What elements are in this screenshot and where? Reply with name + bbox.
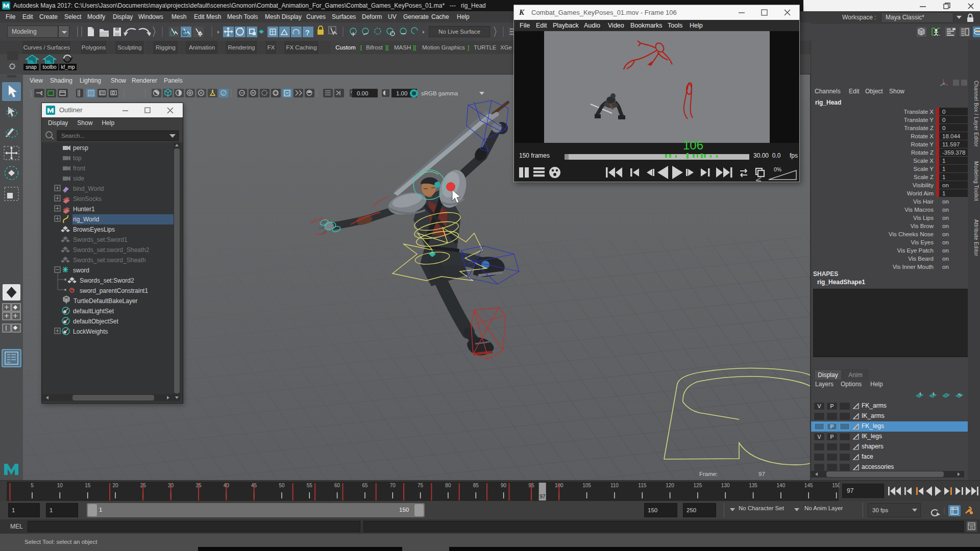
svg-text:Swords_set:sword_Sheath2: Swords_set:sword_Sheath2	[73, 246, 150, 254]
svg-text:BrowsEyesLips: BrowsEyesLips	[73, 226, 115, 233]
svg-text:85: 85	[473, 483, 479, 488]
svg-text:defaultObjectSet: defaultObjectSet	[73, 318, 118, 325]
svg-text:70: 70	[390, 483, 396, 488]
svg-text:Search...: Search...	[61, 133, 85, 139]
svg-text:Swords_set:Sword2: Swords_set:Sword2	[80, 277, 134, 284]
svg-text:side: side	[73, 175, 84, 182]
svg-text:120: 120	[666, 483, 674, 488]
svg-text:sword_parentConstraint1: sword_parentConstraint1	[80, 287, 148, 294]
svg-text:Frame:: Frame:	[699, 471, 718, 477]
svg-text:top: top	[73, 155, 82, 162]
svg-text:Hunter1: Hunter1	[73, 206, 95, 213]
svg-text:15: 15	[85, 483, 91, 488]
svg-text:50: 50	[279, 483, 285, 488]
svg-text:97: 97	[758, 471, 765, 477]
svg-text:bind_World: bind_World	[73, 185, 104, 192]
svg-text:97: 97	[540, 494, 546, 499]
svg-text:defaultLightSet: defaultLightSet	[73, 308, 114, 315]
svg-text:TurtleDefaultBakeLayer: TurtleDefaultBakeLayer	[74, 297, 138, 305]
svg-text:110: 110	[610, 483, 619, 488]
svg-text:5: 5	[31, 483, 34, 488]
svg-text:LockWeights: LockWeights	[73, 328, 108, 335]
svg-text:150: 150	[832, 483, 840, 488]
svg-text:65: 65	[362, 483, 368, 488]
svg-text:75: 75	[418, 483, 424, 488]
svg-text:80: 80	[445, 483, 451, 488]
svg-text:90: 90	[501, 483, 507, 488]
svg-text:persp: persp	[73, 144, 88, 152]
svg-text:Swords_set:Sword1: Swords_set:Sword1	[73, 236, 128, 243]
svg-text:125: 125	[694, 483, 702, 488]
svg-text:55: 55	[307, 483, 313, 488]
svg-text:60: 60	[334, 483, 340, 488]
svg-text:115: 115	[638, 483, 646, 488]
svg-text:140: 140	[777, 483, 786, 488]
svg-text:0%: 0%	[774, 166, 781, 172]
svg-text:130: 130	[721, 483, 730, 488]
svg-text:10: 10	[57, 483, 63, 488]
svg-text:20: 20	[112, 483, 118, 488]
svg-text:?: ?	[305, 29, 310, 37]
svg-text:SkinSocks: SkinSocks	[73, 195, 102, 203]
svg-text:rig_World: rig_World	[73, 216, 99, 223]
svg-text:sword: sword	[73, 267, 89, 274]
svg-text:135: 135	[749, 483, 757, 488]
svg-text:105: 105	[582, 483, 591, 488]
svg-text:front: front	[73, 165, 86, 172]
svg-text:145: 145	[804, 483, 813, 488]
svg-text:Swords_set:sword_Sheath: Swords_set:sword_Sheath	[73, 257, 146, 264]
